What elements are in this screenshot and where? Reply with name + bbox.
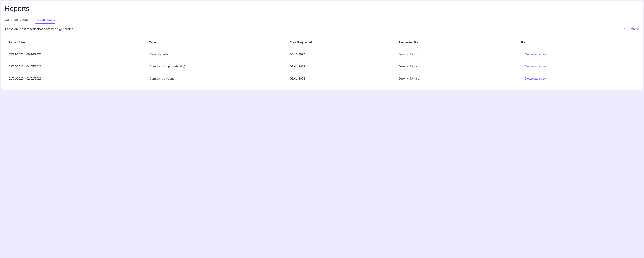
cell-requested-by: Jeremy Johnson <box>399 65 520 68</box>
cell-report-date: 03/05/2023 - 04/05/2023 <box>8 65 149 68</box>
download-label: Download (.csv) <box>525 65 547 68</box>
refresh-button[interactable]: Refresh <box>624 27 640 31</box>
subheader-text: These are past reports that have been ge… <box>4 27 74 31</box>
download-icon <box>520 52 523 56</box>
cell-file: Download (.csv) <box>520 77 636 80</box>
refresh-label: Refresh <box>628 27 640 31</box>
subheader-row: These are past reports that have been ge… <box>4 27 640 31</box>
tabs: Generate reports Report history <box>4 18 640 24</box>
cell-file: Download (.csv) <box>520 52 636 56</box>
col-type[interactable]: Type <box>149 41 290 44</box>
download-link[interactable]: Download (.csv) <box>520 52 547 56</box>
cell-type: Donations (Import-friendly) <box>149 65 290 68</box>
cell-date-requested: 01/01/2023 <box>290 77 399 80</box>
cell-type: Bank deposits <box>149 53 290 56</box>
download-label: Download (.csv) <box>525 77 547 80</box>
tab-generate-reports[interactable]: Generate reports <box>4 18 28 24</box>
download-icon <box>520 65 523 68</box>
app-window: Reports Generate reports Report history … <box>1 1 643 90</box>
download-link[interactable]: Download (.csv) <box>520 77 547 80</box>
cell-requested-by: Jeremy Johnson <box>399 77 520 80</box>
cell-type: Donations by donor <box>149 77 290 80</box>
page-title: Reports <box>4 4 640 13</box>
cell-file: Download (.csv) <box>520 65 636 68</box>
cell-date-requested: 05/10/2023 <box>290 53 399 56</box>
cell-report-date: 05/14/2023 - 06/14/2023 <box>8 53 149 56</box>
cell-date-requested: 03/01/2023 <box>290 65 399 68</box>
col-date-requested[interactable]: Date Requested ↓ <box>290 41 399 44</box>
sort-descending-icon: ↓ <box>312 41 314 44</box>
reports-table: Report Date Type Date Requested ↓ Reques… <box>4 37 640 85</box>
col-requested-by[interactable]: Requested By <box>399 41 520 44</box>
table-row: 03/05/2023 - 04/05/2023 Donations (Impor… <box>5 60 639 72</box>
cell-report-date: 01/01/2023 - 02/02/2023 <box>8 77 149 80</box>
col-file[interactable]: File <box>520 41 636 44</box>
download-link[interactable]: Download (.csv) <box>520 65 547 68</box>
download-icon <box>520 77 523 80</box>
table-header-row: Report Date Type Date Requested ↓ Reques… <box>5 37 639 48</box>
col-report-date[interactable]: Report Date <box>8 41 149 44</box>
refresh-icon <box>624 27 626 31</box>
cell-requested-by: Jeremy Johnson <box>399 53 520 56</box>
col-date-requested-label: Date Requested <box>290 41 312 44</box>
table-row: 05/14/2023 - 06/14/2023 Bank deposits 05… <box>5 48 639 60</box>
table-row: 01/01/2023 - 02/02/2023 Donations by don… <box>5 72 639 85</box>
download-label: Download (.csv) <box>525 53 547 56</box>
tab-report-history[interactable]: Report history <box>36 18 55 24</box>
